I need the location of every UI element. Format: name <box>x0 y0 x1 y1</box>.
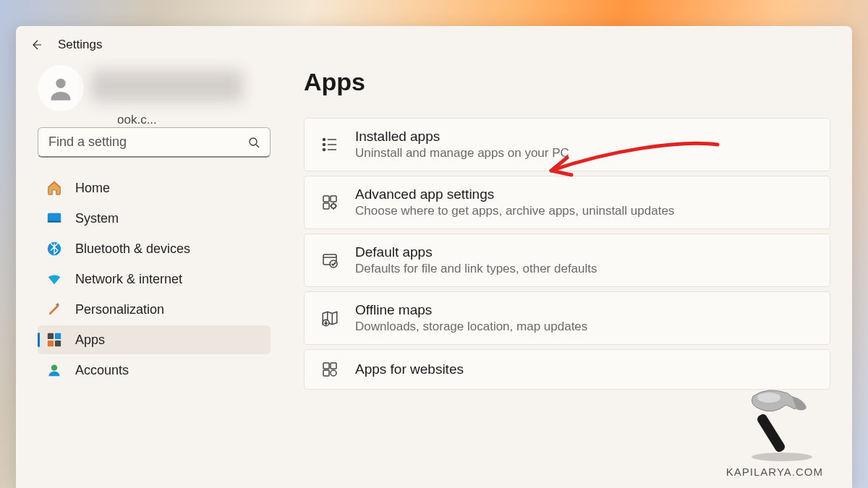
sidebar-item-home[interactable]: Home <box>38 174 271 202</box>
option-text: Apps for websites <box>355 361 464 377</box>
system-icon <box>46 210 62 226</box>
option-offline-maps[interactable]: Offline maps Downloads, storage location… <box>304 291 830 345</box>
sidebar-item-network[interactable]: Network & internet <box>38 265 271 294</box>
search-icon <box>248 137 260 148</box>
sidebar-item-label: Apps <box>75 333 105 348</box>
svg-rect-7 <box>55 333 61 339</box>
nav-list: Home System Bluetooth & devices <box>38 174 271 385</box>
option-advanced-app-settings[interactable]: Advanced app settings Choose where to ge… <box>304 176 830 229</box>
search-box[interactable] <box>38 127 271 158</box>
sidebar-item-system[interactable]: System <box>38 204 271 233</box>
sidebar-item-label: Bluetooth & devices <box>75 241 190 257</box>
accounts-icon <box>46 362 62 378</box>
option-title: Apps for websites <box>355 361 464 377</box>
profile-name-redacted <box>91 70 243 102</box>
sidebar-item-apps[interactable]: Apps <box>38 325 271 354</box>
content-area: ook.c... Home System <box>16 58 852 488</box>
svg-point-0 <box>56 79 65 88</box>
app-gear-icon <box>320 193 339 212</box>
bluetooth-icon <box>46 241 62 257</box>
list-icon <box>320 135 339 154</box>
main-panel: Apps Installed apps Uninstall and manage… <box>284 58 852 488</box>
sidebar-item-accounts[interactable]: Accounts <box>38 356 271 385</box>
svg-rect-14 <box>323 196 329 202</box>
option-default-apps[interactable]: Default apps Defaults for file and link … <box>304 234 830 287</box>
option-installed-apps[interactable]: Installed apps Uninstall and manage apps… <box>304 118 830 171</box>
option-desc: Uninstall and manage apps on your PC <box>355 146 569 160</box>
svg-rect-21 <box>323 363 329 369</box>
search-input[interactable] <box>48 134 248 150</box>
svg-rect-22 <box>331 363 336 369</box>
svg-rect-15 <box>331 196 336 202</box>
option-text: Offline maps Downloads, storage location… <box>355 302 587 334</box>
sidebar-item-bluetooth[interactable]: Bluetooth & devices <box>38 234 271 263</box>
map-download-icon <box>320 309 339 328</box>
option-desc: Choose where to get apps, archive apps, … <box>355 204 674 218</box>
option-title: Offline maps <box>355 302 587 318</box>
option-title: Advanced app settings <box>355 187 674 202</box>
sidebar-item-label: Personalization <box>75 302 164 317</box>
window-title: Settings <box>58 38 102 52</box>
settings-window: Settings ook.c... <box>16 26 852 488</box>
apps-icon <box>46 332 62 348</box>
svg-point-11 <box>323 139 326 141</box>
page-title: Apps <box>304 68 830 96</box>
svg-point-12 <box>323 144 326 146</box>
svg-rect-16 <box>323 203 329 209</box>
svg-rect-8 <box>48 341 54 346</box>
sidebar-item-label: Network & internet <box>75 272 182 287</box>
person-icon <box>46 74 75 103</box>
option-text: Default apps Defaults for file and link … <box>355 244 597 276</box>
avatar <box>38 65 84 111</box>
sidebar: ook.c... Home System <box>16 58 284 488</box>
svg-rect-9 <box>55 341 61 346</box>
back-button[interactable] <box>30 39 42 51</box>
sidebar-item-label: Home <box>75 181 110 196</box>
svg-point-13 <box>323 149 326 151</box>
arrow-left-icon <box>30 39 42 51</box>
options-list: Installed apps Uninstall and manage apps… <box>304 118 830 390</box>
home-icon <box>46 180 62 196</box>
svg-point-24 <box>331 370 336 376</box>
option-title: Installed apps <box>355 129 569 145</box>
option-apps-for-websites[interactable]: Apps for websites <box>304 349 830 390</box>
option-title: Default apps <box>355 244 597 260</box>
svg-rect-6 <box>48 333 54 339</box>
app-link-icon <box>320 360 339 379</box>
option-text: Installed apps Uninstall and manage apps… <box>355 129 569 160</box>
paintbrush-icon <box>46 301 62 317</box>
option-desc: Defaults for file and link types, other … <box>355 262 597 276</box>
svg-rect-2 <box>48 213 61 223</box>
svg-point-1 <box>250 138 257 145</box>
svg-rect-3 <box>48 221 61 223</box>
sidebar-item-label: Accounts <box>75 363 129 378</box>
sidebar-item-label: System <box>75 211 119 226</box>
svg-rect-23 <box>323 370 329 376</box>
window-check-icon <box>320 251 339 270</box>
option-text: Advanced app settings Choose where to ge… <box>355 187 674 218</box>
option-desc: Downloads, storage location, map updates <box>355 320 587 334</box>
profile-text <box>91 70 271 106</box>
svg-rect-5 <box>56 303 59 307</box>
svg-point-10 <box>51 365 57 371</box>
titlebar: Settings <box>16 26 852 58</box>
sidebar-item-personalization[interactable]: Personalization <box>38 295 271 324</box>
profile-email-fragment: ook.c... <box>117 113 271 127</box>
profile-section[interactable] <box>38 65 271 111</box>
wifi-icon <box>46 271 62 287</box>
